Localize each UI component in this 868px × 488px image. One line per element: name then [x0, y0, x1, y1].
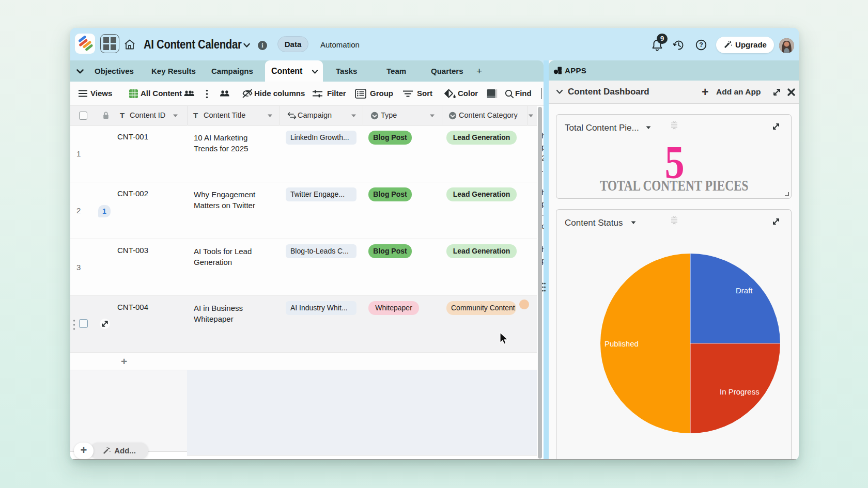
svg-text:?: ? [699, 41, 703, 49]
svg-text:Published: Published [605, 339, 639, 348]
svg-text:Draft: Draft [736, 286, 753, 295]
svg-text:In Progress: In Progress [720, 387, 760, 396]
